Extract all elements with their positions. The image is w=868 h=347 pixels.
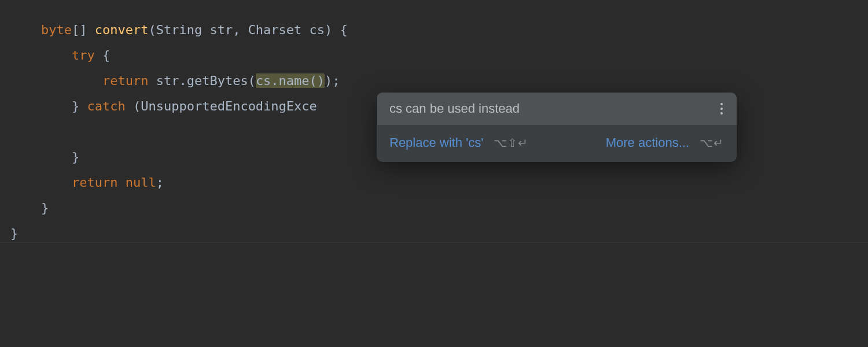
code-line[interactable]: byte[] convert(String str, Charset cs) { bbox=[10, 17, 868, 43]
highlighted-expression[interactable]: cs.name() bbox=[256, 73, 325, 88]
brace: } bbox=[41, 201, 49, 215]
more-actions-shortcut: ⌥↵ bbox=[700, 136, 724, 150]
keyword-try: try bbox=[72, 48, 95, 62]
method-name: convert bbox=[95, 23, 149, 37]
brace-close: } bbox=[72, 99, 87, 113]
method-params: (String str, Charset cs) { bbox=[148, 23, 347, 37]
empty-line bbox=[10, 124, 18, 139]
more-actions-link[interactable]: More actions... bbox=[606, 135, 689, 150]
code-line[interactable]: try { bbox=[10, 43, 868, 68]
method-call-end: ); bbox=[325, 73, 340, 88]
popup-header: cs can be used instead bbox=[377, 93, 737, 125]
keyword-byte: byte bbox=[41, 23, 72, 37]
catch-params: (UnsupportedEncodingExce bbox=[126, 99, 317, 113]
replace-shortcut: ⌥⇧↵ bbox=[494, 136, 528, 150]
more-vertical-icon[interactable] bbox=[718, 101, 725, 117]
semicolon: ; bbox=[156, 175, 164, 190]
indent bbox=[41, 73, 102, 88]
keyword-catch: catch bbox=[87, 99, 125, 113]
indent bbox=[41, 99, 72, 113]
replace-action-link[interactable]: Replace with 'cs' bbox=[389, 135, 483, 150]
editor-end-indicator bbox=[0, 242, 868, 243]
popup-title: cs can be used instead bbox=[389, 101, 520, 116]
text-brackets: [] bbox=[72, 23, 95, 37]
code-line[interactable]: return null; bbox=[10, 170, 868, 195]
brace: } bbox=[72, 150, 79, 164]
indent bbox=[41, 48, 72, 62]
keyword-return-null: return null bbox=[72, 175, 156, 190]
code-line[interactable]: return str.getBytes(cs.name()); bbox=[10, 68, 868, 94]
keyword-return: return bbox=[102, 73, 148, 88]
indent bbox=[41, 150, 72, 164]
indent bbox=[41, 175, 72, 190]
brace: } bbox=[10, 226, 18, 241]
method-call: str.getBytes( bbox=[148, 73, 255, 88]
intention-popup: cs can be used instead Replace with 'cs'… bbox=[377, 93, 737, 162]
popup-body: Replace with 'cs' ⌥⇧↵ More actions... ⌥↵ bbox=[377, 125, 737, 162]
code-line[interactable]: } bbox=[10, 195, 868, 221]
brace: { bbox=[95, 48, 111, 62]
